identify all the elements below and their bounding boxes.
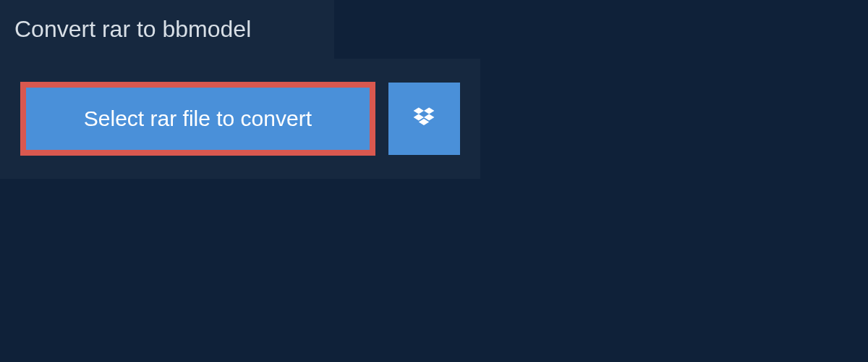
dropbox-button[interactable] [388, 83, 460, 155]
dropbox-icon [411, 105, 437, 133]
upload-panel: Select rar file to convert [0, 59, 480, 179]
page-title: Convert rar to bbmodel [14, 16, 314, 43]
select-file-button[interactable]: Select rar file to convert [20, 82, 375, 156]
header-tab: Convert rar to bbmodel [0, 0, 334, 59]
